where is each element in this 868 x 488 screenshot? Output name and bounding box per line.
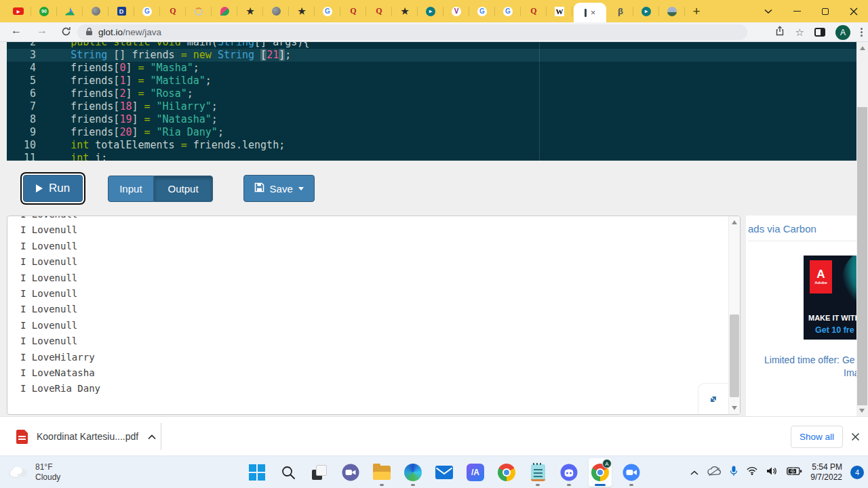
address-bar[interactable]: glot.io/new/java [77, 24, 747, 40]
ad-image[interactable]: A Adobe MAKE IT WITH Get 10 fre [804, 256, 856, 340]
notification-badge[interactable]: 4 [850, 466, 864, 479]
forward-icon[interactable]: → [37, 24, 47, 37]
tab-doc-d[interactable]: D [108, 0, 134, 22]
tab-photo[interactable] [659, 0, 685, 22]
taskbar-clock[interactable]: 5:54 PM9/7/2022 [810, 462, 842, 483]
taskbar-search[interactable] [277, 458, 300, 487]
tab-badge-90[interactable]: 90 [31, 0, 57, 22]
taskbar-edge[interactable] [401, 458, 425, 487]
scroll-down-icon[interactable] [732, 406, 737, 410]
taskbar-file-explorer[interactable] [370, 458, 393, 487]
code-line[interactable]: 7 friends[18] = "Hilarry"; [7, 100, 856, 113]
tab-star[interactable]: ★ [392, 0, 418, 22]
taskbar-chat[interactable] [339, 458, 362, 487]
code-line[interactable]: 6 friends[2] = "Rosa"; [7, 87, 856, 100]
code-line[interactable]: 8 friends[19] = "Natasha"; [7, 113, 856, 126]
close-window-icon[interactable] [840, 0, 868, 22]
lock-icon[interactable] [85, 26, 93, 39]
download-item[interactable]: Koordinat Kartesiu....pdf [16, 425, 157, 448]
download-chevron-icon[interactable] [147, 430, 157, 443]
run-button[interactable]: Run [23, 175, 83, 202]
show-all-button[interactable]: Show all [791, 426, 843, 448]
tab-drive[interactable] [57, 0, 83, 22]
code-line[interactable]: 4 friends[0] = "Masha"; [7, 62, 856, 75]
tab-google[interactable]: G [134, 0, 160, 22]
tab-teal-app[interactable]: ▸ [418, 0, 443, 22]
page-scroll-down-icon[interactable] [859, 409, 865, 413]
taskbar-task-view[interactable] [308, 458, 331, 487]
taskbar-chrome-profile[interactable]: A [589, 458, 612, 487]
tab-petals[interactable] [212, 0, 237, 22]
code-line[interactable]: 3 String [] friends = new String [21]; [7, 49, 856, 62]
tab-star[interactable]: ★ [289, 0, 315, 22]
taskbar-chrome[interactable] [495, 458, 518, 487]
battery-icon[interactable] [787, 466, 802, 479]
code-line[interactable]: 11 int i; [7, 152, 856, 161]
code-line[interactable]: 2 public static void main(String[] args)… [7, 42, 856, 49]
weather-widget[interactable]: 81°FCloudy [7, 459, 60, 486]
page-scroll-up-icon[interactable] [860, 46, 865, 50]
ad-caption-line2[interactable]: Ima [844, 367, 856, 378]
output-line: I Lovenull [20, 239, 740, 254]
tab-wikipedia[interactable]: W [547, 0, 572, 22]
new-tab-button[interactable]: + [685, 0, 708, 22]
output-tab-button[interactable]: Output [154, 176, 213, 202]
page-scrollbar-thumb[interactable] [857, 107, 867, 405]
bookmark-star-icon[interactable]: ☆ [795, 26, 804, 39]
tab-youtube[interactable]: ▶ [5, 0, 31, 22]
save-button[interactable]: Save [243, 175, 315, 202]
tab-ring[interactable] [186, 0, 212, 22]
onedrive-icon[interactable] [707, 466, 722, 479]
tab-quora[interactable]: Q [340, 0, 366, 22]
scroll-up-icon[interactable] [732, 220, 737, 224]
taskbar-discord[interactable] [557, 458, 580, 487]
ads-via-carbon-link[interactable]: ads via Carbon [748, 223, 856, 241]
tab-quora[interactable]: Q [366, 0, 392, 22]
tab-glot-logo[interactable]: β [608, 0, 633, 22]
scrollbar-thumb[interactable] [730, 314, 739, 397]
tab-google[interactable]: G [315, 0, 340, 22]
profile-avatar[interactable]: A [835, 25, 850, 40]
share-icon[interactable] [774, 26, 785, 39]
tab-quora[interactable]: Q [160, 0, 186, 22]
ad-caption-line1[interactable]: Limited time offer: Ge [764, 354, 855, 365]
page-scrollbar[interactable] [856, 42, 868, 416]
tab-v-flower[interactable]: V [443, 0, 469, 22]
reload-icon[interactable] [61, 26, 71, 39]
volume-icon[interactable] [766, 466, 778, 479]
tab-globe[interactable] [263, 0, 289, 22]
tab-quora[interactable]: Q [521, 0, 547, 22]
tab-teal-app[interactable]: ▸ [633, 0, 659, 22]
taskbar-zoom[interactable] [620, 458, 643, 487]
taskbar-a-app[interactable]: /A [464, 458, 487, 487]
code-line[interactable]: 10 int totalElements = friends.length; [7, 139, 856, 152]
download-bar: Koordinat Kartesiu....pdf Show all [0, 416, 868, 455]
restore-icon[interactable] [811, 0, 840, 22]
minimize-icon[interactable] [783, 0, 811, 22]
menu-kebab-icon[interactable] [861, 28, 863, 37]
wifi-icon[interactable] [746, 466, 758, 479]
taskbar-start[interactable] [245, 458, 269, 487]
taskbar-mail[interactable] [433, 458, 456, 487]
tab-close-icon[interactable]: × [591, 8, 596, 17]
tab-globe[interactable] [83, 0, 108, 22]
tab-google[interactable]: G [469, 0, 495, 22]
expand-output-button[interactable] [698, 383, 728, 414]
back-icon[interactable]: ← [11, 24, 22, 37]
input-tab-button[interactable]: Input [108, 176, 153, 202]
taskbar-notepad[interactable] [526, 458, 549, 487]
download-bar-close-icon[interactable] [848, 429, 863, 444]
url-text[interactable]: glot.io/new/java [98, 27, 161, 37]
microphone-icon[interactable] [730, 466, 738, 479]
code-editor[interactable]: 2 public static void main(String[] args)… [7, 42, 856, 161]
side-panel-icon[interactable] [814, 28, 825, 37]
code-line[interactable]: 9 friends[20] = "Ria Dany"; [7, 126, 856, 139]
tab-search-icon[interactable] [754, 0, 783, 22]
code-line[interactable]: 5 friends[1] = "Matilda"; [7, 75, 856, 87]
output-scrollbar[interactable] [728, 216, 740, 414]
output-panel[interactable]: I LovenullI LovenullI LovenullI Lovenull… [7, 216, 741, 415]
tab-glot-active[interactable]: × [574, 3, 606, 22]
tab-google[interactable]: G [495, 0, 521, 22]
tab-star[interactable]: ★ [237, 0, 263, 22]
tray-chevron-icon[interactable] [690, 466, 698, 479]
